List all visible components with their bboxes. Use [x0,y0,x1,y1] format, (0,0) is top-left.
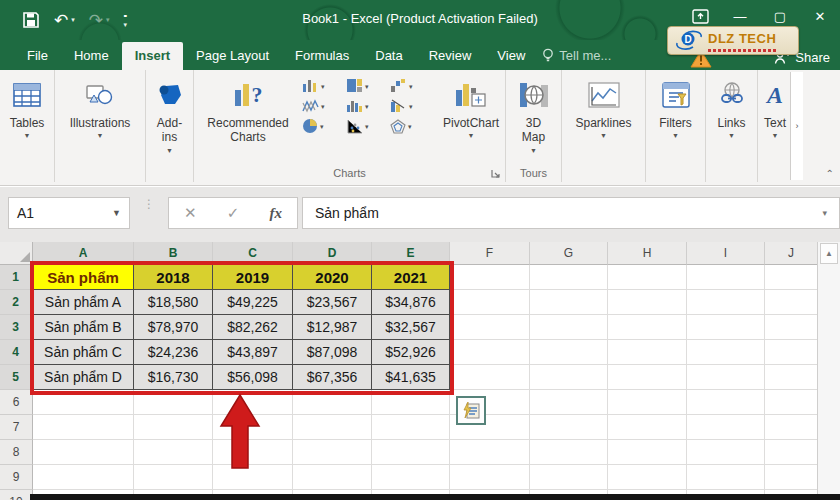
redo-button[interactable]: ↷▾ [89,12,110,29]
row-header-8[interactable]: 8 [0,440,33,465]
column-header-C[interactable]: C [213,242,293,265]
cell-D6[interactable] [293,390,372,415]
customize-qat-button[interactable]: ⹀▾ [124,12,128,28]
cell-F2[interactable] [450,290,530,315]
enter-button[interactable]: ✓ [227,204,240,222]
tab-data[interactable]: Data [362,42,415,70]
column-header-E[interactable]: E [372,242,450,265]
cell-A7[interactable] [33,415,134,440]
links-button[interactable]: Links ▼ [706,70,757,182]
combo-chart-button[interactable]: ▾ [390,98,430,113]
row-header-7[interactable]: 7 [0,415,33,440]
cell-A4[interactable]: Sản phẩm C [33,340,134,365]
cell-H1[interactable] [608,265,687,290]
cell-H6[interactable] [608,390,687,415]
cell-F1[interactable] [450,265,530,290]
cell-A8[interactable] [33,440,134,465]
cell-B7[interactable] [134,415,213,440]
cell-C2[interactable]: $49,225 [213,290,293,315]
cell-E5[interactable]: $41,635 [372,365,450,390]
cell-F5[interactable] [450,365,530,390]
cell-G8[interactable] [530,440,608,465]
cell-J6[interactable] [765,390,818,415]
tables-button[interactable]: Tables ▼ [0,70,54,182]
column-header-I[interactable]: I [687,242,765,265]
cell-B1[interactable]: 2018 [134,265,213,290]
cell-C4[interactable]: $43,897 [213,340,293,365]
collapse-ribbon-button[interactable]: ⌃ [826,168,834,179]
sparklines-button[interactable]: Sparklines ▼ [562,70,645,182]
cell-E7[interactable] [372,415,450,440]
cell-H9[interactable] [608,465,687,490]
cell-E2[interactable]: $34,876 [372,290,450,315]
cell-D1[interactable]: 2020 [293,265,372,290]
cell-A2[interactable]: Sản phẩm A [33,290,134,315]
cell-J2[interactable] [765,290,818,315]
cell-A9[interactable] [33,465,134,490]
row-header-5[interactable]: 5 [0,365,33,390]
vertical-scrollbar[interactable]: ▲ [817,242,840,500]
cell-E3[interactable]: $32,567 [372,315,450,340]
cell-B8[interactable] [134,440,213,465]
cell-H8[interactable] [608,440,687,465]
cell-I8[interactable] [687,440,765,465]
cell-D3[interactable]: $12,987 [293,315,372,340]
cell-E4[interactable]: $52,926 [372,340,450,365]
cell-D2[interactable]: $23,567 [293,290,372,315]
cell-C5[interactable]: $56,098 [213,365,293,390]
column-header-D[interactable]: D [293,242,372,265]
cell-I6[interactable] [687,390,765,415]
cell-E6[interactable] [372,390,450,415]
cell-I7[interactable] [687,415,765,440]
cell-A5[interactable]: Sản phẩm D [33,365,134,390]
insert-function-button[interactable]: fx [269,205,282,222]
cell-F8[interactable] [450,440,530,465]
name-box[interactable]: A1 ▼ [8,197,130,229]
charts-dialog-launcher[interactable] [491,169,500,178]
addins-button[interactable]: Add-ins ▼ [146,70,193,182]
3d-map-button[interactable]: 3D Map ▼ [506,70,561,182]
bar-chart-button[interactable]: ▾ [346,98,386,113]
text-button[interactable]: A Text ▼ [758,70,792,182]
cell-B2[interactable]: $18,580 [134,290,213,315]
pivotchart-button[interactable]: PivotChart ▼ [440,70,502,182]
column-chart-button[interactable]: ▾ [302,78,342,93]
column-header-H[interactable]: H [608,242,687,265]
undo-dropdown[interactable]: ▾ [71,16,75,24]
line-chart-button[interactable]: ▾ [302,98,342,113]
cell-G9[interactable] [530,465,608,490]
column-header-J[interactable]: J [765,242,818,265]
illustrations-button[interactable]: Illustrations ▼ [55,70,145,182]
cell-B6[interactable] [134,390,213,415]
cell-I4[interactable] [687,340,765,365]
cell-G3[interactable] [530,315,608,340]
cell-H7[interactable] [608,415,687,440]
cell-G6[interactable] [530,390,608,415]
tab-file[interactable]: File [14,42,61,70]
cell-J3[interactable] [765,315,818,340]
column-header-A[interactable]: A [33,242,134,265]
scroll-up-button[interactable]: ▲ [820,243,838,264]
cell-J7[interactable] [765,415,818,440]
cell-I9[interactable] [687,465,765,490]
cell-E9[interactable] [372,465,450,490]
cell-J9[interactable] [765,465,818,490]
cell-A1[interactable]: Sản phẩm [33,265,134,290]
cell-F3[interactable] [450,315,530,340]
quick-analysis-button[interactable] [456,396,486,425]
name-box-dropdown[interactable]: ▼ [112,208,121,218]
recommended-charts-button[interactable]: ? Recommended Charts [198,70,298,182]
cell-H3[interactable] [608,315,687,340]
hierarchy-chart-button[interactable]: ▾ [346,78,386,93]
cell-J5[interactable] [765,365,818,390]
cell-A6[interactable] [33,390,134,415]
expand-formula-bar-button[interactable]: ▾ [822,208,827,218]
cell-B3[interactable]: $78,970 [134,315,213,340]
redo-dropdown[interactable]: ▾ [106,16,110,24]
cell-J8[interactable] [765,440,818,465]
column-header-B[interactable]: B [134,242,213,265]
waterfall-chart-button[interactable]: ▾ [390,78,430,93]
cell-B4[interactable]: $24,236 [134,340,213,365]
undo-button[interactable]: ↶▾ [54,12,75,29]
row-header-10[interactable]: 10 [0,490,33,500]
